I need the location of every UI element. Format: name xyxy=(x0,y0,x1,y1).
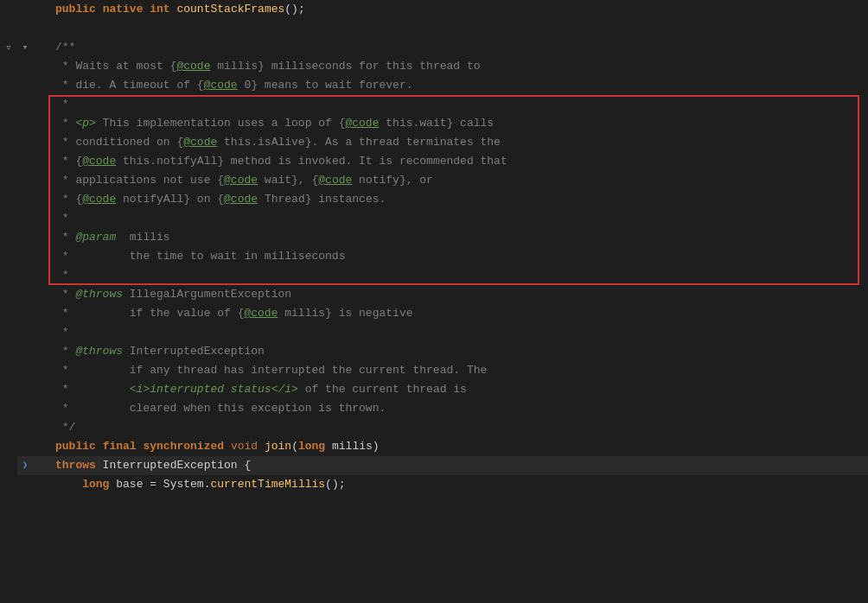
line-content: * {@code notifyAll} on {@code Thread} in… xyxy=(48,190,868,209)
code-line: * {@code notifyAll} on {@code Thread} in… xyxy=(17,190,868,209)
line-icon-col xyxy=(17,114,33,133)
line-icon-col2 xyxy=(33,76,48,95)
line-content: /** xyxy=(48,38,868,57)
code-line xyxy=(17,19,868,38)
line-icon-col xyxy=(17,285,33,304)
code-line: * cleared when this exception is thrown. xyxy=(17,399,868,418)
line-icon-col2 xyxy=(33,152,48,171)
code-line: * xyxy=(17,209,868,228)
bookmark-icon[interactable]: ❯ xyxy=(22,456,28,475)
line-icon-col2 xyxy=(33,475,48,494)
left-gutter-icons: ▿ xyxy=(0,0,17,603)
line-content: * conditioned on {@code this.isAlive}. A… xyxy=(48,133,868,152)
line-icon-col xyxy=(17,418,33,437)
line-icon-col: ▾ xyxy=(17,38,33,57)
code-line: public native int countStackFrames(); xyxy=(17,0,868,19)
code-line: * if the value of {@code millis} is nega… xyxy=(17,304,868,323)
line-content: throws InterruptedException { xyxy=(48,456,868,475)
line-icon-col2 xyxy=(33,285,48,304)
line-icon-col2 xyxy=(33,361,48,380)
line-content: * applications not use {@code wait}, {@c… xyxy=(48,171,868,190)
line-icon-col2 xyxy=(33,247,48,266)
gutter-space xyxy=(0,0,17,19)
line-content: * <p> This implementation uses a loop of… xyxy=(48,114,868,133)
line-content: * {@code this.notifyAll} method is invok… xyxy=(48,152,868,171)
line-icon-col xyxy=(17,304,33,323)
code-line: * the time to wait in milliseconds xyxy=(17,247,868,266)
code-line: ▾/** xyxy=(17,38,868,57)
line-content: * if the value of {@code millis} is nega… xyxy=(48,304,868,323)
code-editor: public native int countStackFrames();▾/*… xyxy=(17,0,868,603)
line-icon-col xyxy=(17,437,33,456)
line-content: * <i>interrupted status</i> of the curre… xyxy=(48,380,868,399)
line-content: * xyxy=(48,266,868,285)
line-icon-col xyxy=(17,266,33,285)
line-icon-col2 xyxy=(33,437,48,456)
code-line: long base = System.currentTimeMillis(); xyxy=(17,475,868,494)
line-content: * if any thread has interrupted the curr… xyxy=(48,361,868,380)
line-content: * Waits at most {@code millis} milliseco… xyxy=(48,57,868,76)
line-icon-col xyxy=(17,399,33,418)
code-line: ❯throws InterruptedException { xyxy=(17,456,868,475)
line-icon-col2 xyxy=(33,304,48,323)
line-content: * cleared when this exception is thrown. xyxy=(48,399,868,418)
code-line: * {@code this.notifyAll} method is invok… xyxy=(17,152,868,171)
line-content: * @param millis xyxy=(48,228,868,247)
line-content: * the time to wait in milliseconds xyxy=(48,247,868,266)
line-icon-col xyxy=(17,57,33,76)
line-content: * @throws InterruptedException xyxy=(48,342,868,361)
line-icon-col2 xyxy=(33,456,48,475)
code-line: * <p> This implementation uses a loop of… xyxy=(17,114,868,133)
code-line: * applications not use {@code wait}, {@c… xyxy=(17,171,868,190)
code-line: * if any thread has interrupted the curr… xyxy=(17,361,868,380)
line-icon-col xyxy=(17,323,33,342)
line-icon-col2 xyxy=(33,0,48,19)
line-icon-col xyxy=(17,475,33,494)
line-icon-col2 xyxy=(33,133,48,152)
line-icon-col2 xyxy=(33,57,48,76)
line-icon-col2 xyxy=(33,323,48,342)
code-line: */ xyxy=(17,418,868,437)
line-icon-col2 xyxy=(33,418,48,437)
line-icon-col2 xyxy=(33,95,48,114)
line-content: * die. A timeout of {@code 0} means to w… xyxy=(48,76,868,95)
code-line: * @param millis xyxy=(17,228,868,247)
line-icon-col xyxy=(17,209,33,228)
line-icon-col2 xyxy=(33,114,48,133)
line-icon-col xyxy=(17,76,33,95)
line-icon-col xyxy=(17,133,33,152)
line-icon-col xyxy=(17,190,33,209)
line-icon-col xyxy=(17,247,33,266)
line-icon-col xyxy=(17,95,33,114)
code-line: * xyxy=(17,95,868,114)
line-icon-col2 xyxy=(33,190,48,209)
line-content: * @throws IllegalArgumentException xyxy=(48,285,868,304)
line-content: */ xyxy=(48,418,868,437)
line-icon-col: ❯ xyxy=(17,456,33,475)
gutter-space2 xyxy=(0,19,17,38)
code-line: * @throws IllegalArgumentException xyxy=(17,285,868,304)
fold-icon-1[interactable]: ▿ xyxy=(0,38,17,57)
code-line: * conditioned on {@code this.isAlive}. A… xyxy=(17,133,868,152)
line-icon-col2 xyxy=(33,380,48,399)
editor-container: ▿ public native int countStackFrames();▾… xyxy=(0,0,868,603)
line-icon-col2 xyxy=(33,399,48,418)
line-icon-col xyxy=(17,171,33,190)
code-line: * @throws InterruptedException xyxy=(17,342,868,361)
code-lines: public native int countStackFrames();▾/*… xyxy=(17,0,868,494)
code-line: * die. A timeout of {@code 0} means to w… xyxy=(17,76,868,95)
code-line: * <i>interrupted status</i> of the curre… xyxy=(17,380,868,399)
line-icon-col2 xyxy=(33,228,48,247)
line-content: * xyxy=(48,323,868,342)
line-icon-col2 xyxy=(33,171,48,190)
line-content: * xyxy=(48,95,868,114)
code-line: * xyxy=(17,323,868,342)
line-content xyxy=(48,19,868,38)
fold-button[interactable]: ▾ xyxy=(22,38,29,57)
line-icon-col xyxy=(17,152,33,171)
line-content: long base = System.currentTimeMillis(); xyxy=(48,475,868,494)
line-icon-col xyxy=(17,228,33,247)
line-icon-col2 xyxy=(33,342,48,361)
code-line: public final synchronized void join(long… xyxy=(17,437,868,456)
line-icon-col xyxy=(17,361,33,380)
